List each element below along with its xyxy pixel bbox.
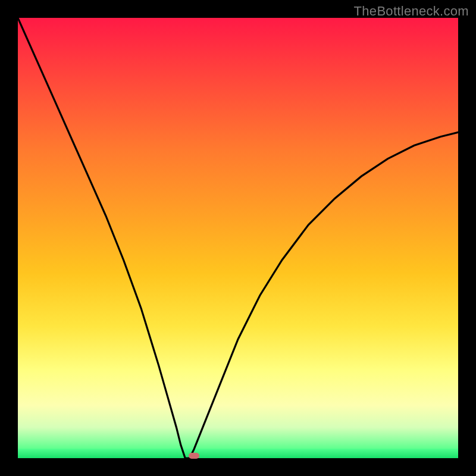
optimal-band [18,449,458,458]
chart-frame: TheBottleneck.com [0,0,476,476]
plot-area [18,18,458,458]
watermark-text: TheBottleneck.com [354,4,469,19]
bottleneck-curve [18,18,458,458]
